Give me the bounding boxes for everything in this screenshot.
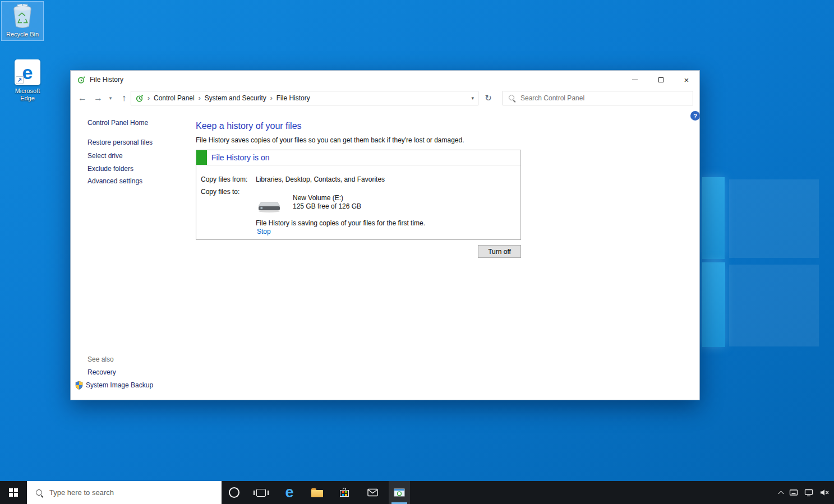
desktop-icon-label: Microsoft Edge [8,87,47,102]
sidebar-system-image-backup[interactable]: System Image Backup [75,381,153,390]
status-panel-header: File History is on [196,150,520,165]
sidebar-restore-personal-files[interactable]: Restore personal files [87,138,153,146]
search-icon [508,94,516,102]
tray-touch-keyboard-icon[interactable] [789,488,798,497]
wallpaper-logo-pane-bottom-right [729,265,819,346]
recycle-bin-icon [11,4,34,29]
breadcrumb-system-and-security[interactable]: System and Security [205,94,266,102]
help-button[interactable]: ? [690,111,700,121]
taskbar-searchbox[interactable] [27,481,222,504]
taskbar-file-history-button[interactable] [389,481,410,504]
window-title: File History [90,76,123,84]
system-image-backup-label: System Image Backup [86,381,153,389]
start-button[interactable] [0,481,27,504]
control-panel-searchbox[interactable] [503,91,693,105]
task-view-button[interactable] [250,481,271,504]
tray-network-icon[interactable] [804,488,813,497]
show-hidden-icons-button[interactable] [778,491,784,496]
drive-free-space: 125 GB free of 126 GB [293,202,361,210]
forward-button[interactable]: → [91,89,105,108]
drive-name: New Volume (E:) [293,194,343,202]
desktop-icon-recycle-bin[interactable]: Recycle Bin [1,1,44,41]
shortcut-arrow-icon [16,76,24,84]
drive-icon [257,197,282,213]
up-button[interactable]: ↑ [117,89,131,108]
tray-volume-muted-icon[interactable] [819,488,830,497]
status-text: File History is on [211,153,269,162]
breadcrumb-separator-icon: › [148,94,150,102]
breadcrumb-control-panel[interactable]: Control Panel [154,94,195,102]
edge-icon: e [285,485,293,500]
breadcrumb-separator-icon: › [199,94,201,102]
file-explorer-icon [311,488,323,497]
maximize-icon [658,77,663,82]
wallpaper-logo-pane-top-left [702,177,725,259]
minimize-button[interactable] [622,71,648,89]
edge-logo-glyph: e [22,63,33,82]
microsoft-store-icon [340,488,349,497]
file-history-icon [394,488,405,498]
taskbar-search-input[interactable] [49,488,222,497]
taskbar: e [0,481,834,504]
edge-icon: e [15,59,40,85]
sidebar-recovery[interactable]: Recovery [87,368,116,376]
task-view-icon [256,489,266,497]
refresh-button[interactable]: ↻ [481,91,496,105]
sidebar-exclude-folders[interactable]: Exclude folders [87,165,133,173]
turn-off-button[interactable]: Turn off [478,245,521,258]
window-controls: × [622,71,699,89]
back-button[interactable]: ← [75,89,90,108]
copy-from-value: Libraries, Desktop, Contacts, and Favori… [256,175,385,183]
wallpaper-logo-pane-bottom-left [702,262,725,347]
desktop-icon-label: Recycle Bin [6,31,39,38]
address-bar[interactable]: › Control Panel › System and Security › … [131,91,478,105]
search-input[interactable] [520,94,693,102]
close-button[interactable]: × [674,71,699,89]
cortana-button[interactable] [223,481,245,504]
wallpaper-logo-pane-top-right [729,179,819,258]
cortana-icon [229,487,239,498]
file-history-status-panel: File History is on Copy files from: Libr… [196,150,521,240]
recent-pages-dropdown-icon[interactable]: ▾ [105,89,116,108]
page-description: File History saves copies of your files … [196,136,464,144]
mail-icon [367,488,378,497]
file-history-window: File History × ← → ▾ ↑ › Control Panel › [70,70,700,400]
shield-icon [75,381,83,390]
sidebar-advanced-settings[interactable]: Advanced settings [87,177,142,185]
sidebar-select-drive[interactable]: Select drive [87,152,123,160]
taskbar-edge-button[interactable]: e [279,481,300,504]
breadcrumb-separator-icon: › [270,94,273,102]
navigation-bar: ← → ▾ ↑ › Control Panel › System and Sec… [71,89,699,108]
maximize-button[interactable] [648,71,674,89]
page-title: Keep a history of your files [196,121,302,131]
taskbar-store-button[interactable] [334,481,355,504]
stop-link[interactable]: Stop [257,228,271,235]
taskbar-file-explorer-button[interactable] [306,481,328,504]
address-dropdown-icon[interactable]: ▾ [471,95,474,101]
see-also-heading: See also [87,355,114,363]
status-on-indicator [196,150,207,165]
sidebar-control-panel-home[interactable]: Control Panel Home [87,119,148,127]
breadcrumb-file-history[interactable]: File History [277,94,310,102]
taskbar-mail-button[interactable] [362,481,383,504]
copy-to-label: Copy files to: [201,188,239,196]
progress-text: File History is saving copies of your fi… [256,219,425,227]
file-history-app-icon [77,76,85,84]
minimize-icon [632,80,638,80]
search-icon [35,489,43,497]
windows-logo-icon [9,488,18,497]
titlebar[interactable]: File History × [71,71,699,89]
desktop-icon-microsoft-edge[interactable]: e Microsoft Edge [7,57,48,104]
file-history-location-icon [135,94,144,103]
system-tray [779,481,830,504]
copy-from-label: Copy files from: [201,175,247,183]
